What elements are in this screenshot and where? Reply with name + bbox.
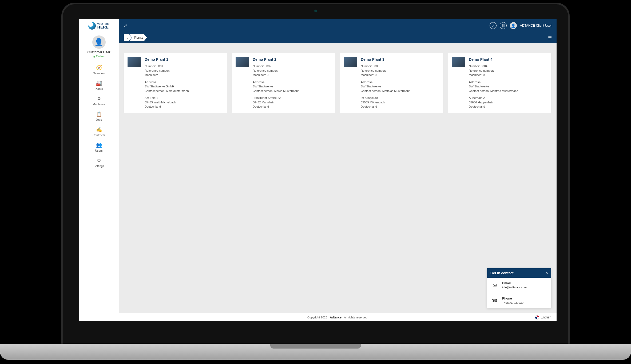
address-label: Address: — [145, 80, 223, 84]
plant-title: Demo Plant 3 — [361, 57, 439, 62]
breadcrumb-row: ⌂ Plants ☰ — [119, 32, 557, 43]
profile-status: Online — [79, 55, 119, 58]
topbar-right: ⤢ ∥∥ 👤 ADTANCE Client User — [490, 22, 552, 29]
plant-machines: Machines: 0 — [253, 73, 331, 77]
contact-phone-row[interactable]: ☎ Phone +496207939930 — [487, 293, 551, 308]
sidebar: your logo HERE 👤 Customer User Online 🧭 … — [79, 19, 119, 321]
plant-street: Im Klingel 30 — [361, 96, 439, 100]
laptop-notch — [270, 344, 361, 349]
plant-title: Demo Plant 2 — [253, 57, 331, 62]
plant-card-body: Demo Plant 2 Number: 0002 Reference numb… — [253, 57, 331, 109]
dashboard-icon: 🧭 — [80, 65, 118, 70]
breadcrumb-current[interactable]: Plants — [129, 34, 147, 41]
plant-company: SW Stadtwerke GmbH — [145, 84, 223, 89]
breadcrumb: ⌂ Plants — [124, 34, 147, 41]
plant-street: Frankfurter Straße 22 — [253, 96, 331, 100]
plant-thumbnail-icon — [452, 57, 465, 67]
contact-phone-label: Phone — [502, 297, 512, 300]
nav-item-plants[interactable]: 🏭 Plants — [79, 78, 119, 94]
plant-country: Deutschland — [469, 104, 547, 109]
plant-city: 69483 Wald-Michelbach — [145, 100, 223, 105]
topbar-left: ⤢ — [124, 23, 127, 28]
plant-machines: Machines: 0 — [361, 73, 439, 77]
plant-country: Deutschland — [361, 104, 439, 109]
nav-item-users[interactable]: 👥 Users — [79, 140, 119, 155]
user-avatar-icon[interactable]: 👤 — [510, 22, 517, 29]
plant-number: Number: 0003 — [361, 64, 439, 68]
plants-icon: 🏭 — [80, 81, 118, 86]
language-label: English — [541, 316, 551, 319]
plant-city: 06432 Mannheim — [253, 100, 331, 105]
sidebar-nav: 🧭 Overview 🏭 Plants ⚙ Machines 📋 Jobs ✍ — [79, 59, 119, 171]
language-selector[interactable]: English — [535, 315, 551, 319]
plant-thumbnail-icon — [236, 57, 249, 67]
plant-card[interactable]: Demo Plant 4 Number: 0004 Reference numb… — [448, 53, 551, 113]
plant-title: Demo Plant 1 — [145, 57, 223, 62]
phone-icon: ☎ — [491, 297, 498, 304]
plant-title: Demo Plant 4 — [469, 57, 547, 62]
plant-card[interactable]: Demo Plant 3 Number: 0003 Reference numb… — [340, 53, 443, 113]
contact-email-row[interactable]: ✉ Email info@adtance.com — [487, 278, 551, 293]
contracts-icon: ✍ — [80, 127, 118, 132]
plant-number: Number: 0002 — [253, 64, 331, 68]
close-icon[interactable]: ✕ — [545, 271, 548, 275]
address-label: Address: — [361, 80, 439, 84]
plant-street: Außerhalb 2 — [469, 96, 547, 100]
flag-uk-icon — [535, 315, 539, 319]
nav-item-contracts[interactable]: ✍ Contracts — [79, 124, 119, 140]
plant-contact: Contact person: Matthias Mustermann — [361, 89, 439, 93]
logo-text: your logo HERE — [97, 22, 109, 29]
barcode-button[interactable]: ∥∥ — [500, 22, 507, 29]
plant-card[interactable]: Demo Plant 1 Number: 0001 Reference numb… — [124, 53, 227, 113]
plant-number: Number: 0001 — [145, 64, 223, 68]
topbar-row: ⤢ ⤢ ∥∥ 👤 ADTANCE Client User — [119, 19, 557, 32]
contact-phone-value: +496207939930 — [502, 301, 523, 304]
plant-contact: Contact person: Marco Mustermann — [253, 89, 331, 93]
contact-widget-title: Get in contact — [490, 271, 514, 275]
compress-icon[interactable]: ⤢ — [124, 23, 127, 28]
plant-cards: Demo Plant 1 Number: 0001 Reference numb… — [124, 53, 551, 113]
camera-icon — [314, 10, 317, 12]
settings-icon: ⚙ — [80, 158, 118, 163]
nav-item-settings[interactable]: ⚙ Settings — [79, 155, 119, 171]
plant-card[interactable]: Demo Plant 2 Number: 0002 Reference numb… — [232, 53, 335, 113]
jobs-icon: 📋 — [80, 112, 118, 116]
plant-country: Deutschland — [145, 104, 223, 109]
plant-street: Am Feld 1 — [145, 96, 223, 100]
plant-reference: Reference number: — [469, 68, 547, 73]
nav-item-machines[interactable]: ⚙ Machines — [79, 94, 119, 109]
header-username[interactable]: ADTANCE Client User — [520, 24, 552, 27]
logo[interactable]: your logo HERE — [79, 19, 119, 33]
users-icon: 👥 — [80, 143, 118, 147]
logo-icon — [88, 22, 96, 30]
laptop-frame: your logo HERE 👤 Customer User Online 🧭 … — [61, 3, 570, 346]
plant-contact: Contact person: Manfred Mustermann — [469, 89, 547, 93]
footer-text: Copyright 2023 - Adtance - All rights re… — [307, 316, 368, 319]
view-toggle-list-icon[interactable]: ☰ — [548, 35, 552, 40]
address-label: Address: — [469, 80, 547, 84]
plant-card-body: Demo Plant 1 Number: 0001 Reference numb… — [145, 57, 223, 109]
contact-email-label: Email — [502, 281, 511, 285]
envelope-icon: ✉ — [491, 282, 498, 289]
sidebar-profile[interactable]: 👤 Customer User Online — [79, 33, 119, 59]
plant-company: SW Stadtwerke — [253, 84, 331, 89]
contact-email-value: info@adtance.com — [502, 286, 527, 289]
plant-thumbnail-icon — [344, 57, 357, 67]
plant-reference: Reference number: — [361, 68, 439, 73]
plant-machines: Machines: 0 — [469, 73, 547, 77]
expand-button[interactable]: ⤢ — [490, 22, 497, 29]
plant-machines: Machines: 5 — [145, 73, 223, 77]
footer: Copyright 2023 - Adtance - All rights re… — [119, 313, 557, 321]
machines-icon: ⚙ — [80, 96, 118, 101]
plant-city: 69509 Mörlenbach — [361, 100, 439, 105]
plant-card-body: Demo Plant 3 Number: 0003 Reference numb… — [361, 57, 439, 109]
nav-item-overview[interactable]: 🧭 Overview — [79, 63, 119, 78]
contact-widget: Get in contact ✕ ✉ Email info@adtance.co… — [487, 268, 551, 308]
plant-city: 65656 Heppenheim — [469, 100, 547, 105]
plant-number: Number: 0004 — [469, 64, 547, 68]
screen: your logo HERE 👤 Customer User Online 🧭 … — [79, 19, 557, 321]
plant-company: SW Stadtwerke — [361, 84, 439, 89]
nav-item-jobs[interactable]: 📋 Jobs — [79, 109, 119, 124]
plant-country: Deutschland — [253, 104, 331, 109]
plant-card-body: Demo Plant 4 Number: 0004 Reference numb… — [469, 57, 547, 109]
